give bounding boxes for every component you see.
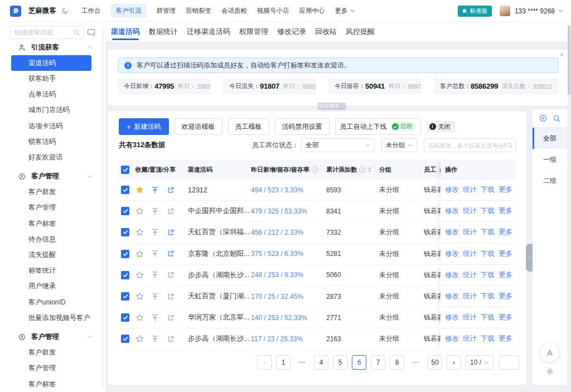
nav-item-1[interactable]: 客户引流 <box>111 4 147 18</box>
sidebar-item[interactable]: 好友欢迎语 <box>0 149 105 165</box>
help-icon[interactable]: ? <box>312 166 318 173</box>
action-edit[interactable]: 修改 <box>445 206 459 216</box>
page-size-select[interactable]: 10 / <box>466 355 493 370</box>
pagination-page-50[interactable]: 50 <box>428 355 442 370</box>
action-download[interactable]: 下载 <box>481 334 495 343</box>
overview-close-icon[interactable]: x <box>560 51 564 57</box>
pagination-page-7[interactable]: 7 <box>371 355 385 370</box>
row-checkbox[interactable] <box>121 228 129 236</box>
pin-top-icon[interactable] <box>151 207 159 215</box>
pagination-page-6[interactable]: 6 <box>352 355 366 370</box>
page-jump-input[interactable] <box>499 355 519 370</box>
close-toggle[interactable]: !关闭 <box>427 121 455 132</box>
sidebar-item[interactable]: 获客助手 <box>0 71 105 86</box>
favorite-star-icon[interactable] <box>136 250 144 258</box>
sidebar-item[interactable]: 客户管理 <box>0 361 105 376</box>
app-logo[interactable] <box>10 6 21 17</box>
group-select[interactable]: 未分组 <box>381 138 417 152</box>
share-icon[interactable] <box>167 271 175 279</box>
action-edit[interactable]: 修改 <box>445 228 459 237</box>
pagination-page-5[interactable]: 5 <box>333 355 347 370</box>
qrcode-name[interactable]: 12312 <box>188 180 245 200</box>
action-stats[interactable]: 统计 <box>463 334 477 343</box>
share-icon[interactable] <box>167 186 175 194</box>
action-download[interactable]: 下载 <box>481 292 495 301</box>
group-tab-2[interactable]: 二组 <box>533 170 567 191</box>
action-stats[interactable]: 统计 <box>463 313 477 322</box>
qrcode-name[interactable]: 中企国邦中企国邦... <box>188 201 245 221</box>
favorite-star-icon[interactable] <box>136 271 144 279</box>
row-checkbox[interactable] <box>121 186 129 194</box>
favorite-star-icon[interactable] <box>136 186 144 194</box>
share-icon[interactable] <box>167 292 175 301</box>
action-edit[interactable]: 修改 <box>445 270 459 280</box>
row-checkbox[interactable] <box>121 335 129 343</box>
qrcode-disable-settings-button[interactable]: 活码禁用设置 <box>275 118 330 135</box>
nav-item-0[interactable]: 工作台 <box>81 7 101 15</box>
action-download[interactable]: 下载 <box>481 249 495 259</box>
sidebar-item[interactable]: 客户unionID <box>0 294 105 310</box>
sidebar-item[interactable]: 选项卡活码 <box>0 118 105 134</box>
sidebar-item[interactable]: 城市门店活码 <box>0 103 105 118</box>
nav-item-6[interactable]: 应用中心 <box>299 7 325 15</box>
nav-item-5[interactable]: 视频号小店 <box>257 7 289 15</box>
sidebar-item[interactable]: 客户群发 <box>0 185 105 200</box>
sidebar-item[interactable]: 客户群发 <box>0 345 105 361</box>
pin-top-icon[interactable] <box>151 335 159 343</box>
row-stats-link[interactable]: 248 / 253 / 9.33% <box>245 265 321 285</box>
action-more[interactable]: 更多 <box>499 185 512 195</box>
group-tab-0[interactable]: 全部 <box>533 128 567 149</box>
select-all-checkbox[interactable] <box>121 166 129 174</box>
row-stats-link[interactable]: 375 / 523 / 6.33% <box>245 244 321 264</box>
sidebar-item[interactable]: 客户标签 <box>0 376 105 392</box>
search-group-icon[interactable] <box>553 115 560 122</box>
tab-0[interactable]: 渠道活码 <box>111 22 140 42</box>
welcome-template-button[interactable]: 欢迎语模板 <box>175 118 222 135</box>
auto-online-button[interactable]: 员工自动上下线 启用 <box>335 118 421 135</box>
row-stats-link[interactable]: 494 / 523 / 3.33% <box>245 180 321 200</box>
row-checkbox[interactable] <box>121 313 129 322</box>
staff-template-button[interactable]: 员工模板 <box>228 118 269 135</box>
action-download[interactable]: 下载 <box>481 228 495 237</box>
sidebar-scrollbar[interactable] <box>102 27 104 388</box>
pagination-page-8[interactable]: 8 <box>390 355 404 370</box>
row-checkbox[interactable] <box>121 292 129 301</box>
favorite-star-icon[interactable] <box>136 335 144 343</box>
pin-top-icon[interactable] <box>151 228 159 236</box>
qrcode-name[interactable]: 华润万家（北京翠... <box>188 307 245 328</box>
action-stats[interactable]: 统计 <box>463 249 477 259</box>
sidebar-item[interactable]: 点单活码 <box>0 87 105 103</box>
tab-4[interactable]: 修改记录 <box>277 22 306 42</box>
favorite-star-icon[interactable] <box>136 313 144 322</box>
qrcode-name[interactable]: 天虹百货（深圳福... <box>188 222 245 243</box>
tab-3[interactable]: 权限管理 <box>239 22 268 42</box>
pin-top-icon[interactable] <box>151 271 159 279</box>
sidebar-item[interactable]: 客户管理 <box>0 200 105 216</box>
qrcode-name[interactable]: 京客隆（北京朝阳... <box>188 244 245 264</box>
user-avatar[interactable] <box>500 6 510 16</box>
pin-top-icon[interactable] <box>151 250 159 258</box>
sidebar-panel-icon[interactable] <box>87 28 95 36</box>
action-stats[interactable]: 统计 <box>463 206 477 216</box>
sidebar-item[interactable]: 用户继承 <box>0 279 105 294</box>
row-stats-link[interactable]: 117 / 23 / 25.33% <box>245 328 321 349</box>
action-edit[interactable]: 修改 <box>445 185 459 195</box>
plan-badge[interactable]: 标准版 <box>458 6 492 17</box>
sidebar-item[interactable]: 标签统计 <box>0 263 105 279</box>
pagination-page-1[interactable]: 1 <box>276 355 291 370</box>
action-download[interactable]: 下载 <box>481 185 495 195</box>
action-more[interactable]: 更多 <box>499 292 512 301</box>
pagination-ellipsis[interactable]: ••• <box>295 355 309 370</box>
action-download[interactable]: 下载 <box>481 313 495 322</box>
action-download[interactable]: 下载 <box>481 270 495 280</box>
favorite-star-icon[interactable] <box>136 292 144 301</box>
page-scrollbar[interactable] <box>568 25 570 95</box>
row-stats-link[interactable]: 479 / 325 / 53.33% <box>245 201 321 221</box>
theme-toggle-icon[interactable] <box>61 7 69 14</box>
nav-item-3[interactable]: 营销裂变 <box>186 7 211 15</box>
action-stats[interactable]: 统计 <box>463 185 477 195</box>
sidebar-section-1[interactable]: 客户管理 <box>0 169 105 185</box>
new-qrcode-button[interactable]: +新建活码 <box>119 118 169 135</box>
share-icon[interactable] <box>167 207 175 215</box>
pin-top-icon[interactable] <box>151 186 159 194</box>
